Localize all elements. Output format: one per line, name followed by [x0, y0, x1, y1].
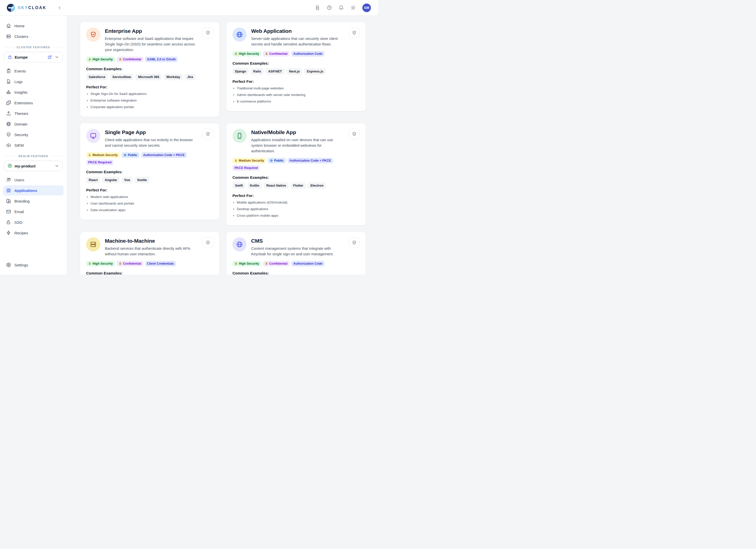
- card-hero-icon-wrap: [86, 238, 100, 252]
- cluster-selector-value: Europe: [15, 55, 28, 59]
- sidebar-item-siem[interactable]: SIEM: [3, 140, 64, 150]
- badge-public: Public: [122, 152, 139, 158]
- sidebar-item-label: Recipes: [14, 231, 28, 235]
- brand-name-cloak: CLOAK: [28, 6, 46, 10]
- realm-selector[interactable]: my-product: [4, 161, 63, 171]
- card-header-text: Native/Mobile AppApplications installed …: [251, 129, 344, 154]
- shield-icon: [352, 132, 357, 137]
- recipes-icon: [6, 230, 11, 236]
- shield-button[interactable]: [203, 28, 213, 38]
- example-chip: Svelte: [135, 177, 149, 183]
- app-type-card-web-application[interactable]: Web ApplicationServer-side applications …: [226, 22, 366, 111]
- sidebar-item-logs[interactable]: Logs: [3, 77, 64, 87]
- sidebar-item-recipes[interactable]: Recipes: [3, 228, 64, 238]
- perfect-for-item: Admin dashboards with server-side render…: [232, 92, 360, 98]
- badge-confidential: Confidential: [117, 57, 143, 62]
- sidebar-item-applications[interactable]: Applications: [3, 185, 64, 196]
- sidebar-item-themes[interactable]: Themes: [3, 108, 64, 119]
- notifications-button[interactable]: [339, 5, 344, 11]
- card-title: Native/Mobile App: [251, 129, 344, 135]
- brand-logo: SKYCLOAK: [7, 4, 46, 12]
- insights-icon: [6, 90, 11, 95]
- perfect-for-item: Cross-platform mobile apps: [232, 213, 360, 218]
- themes-icon: [6, 111, 11, 116]
- shield-button[interactable]: [349, 129, 360, 139]
- sidebar-collapse-button[interactable]: [56, 5, 63, 11]
- sidebar-item-sso[interactable]: SSO: [3, 217, 64, 227]
- siem-icon: [6, 143, 11, 148]
- badges-row: High SecurityConfidentialAuthorization C…: [232, 51, 360, 57]
- sidebar-item-events[interactable]: Events: [3, 66, 64, 76]
- sidebar-item-settings[interactable]: Settings: [3, 260, 64, 270]
- card-header: Web ApplicationServer-side applications …: [232, 28, 360, 47]
- badge-public: Public: [268, 158, 286, 163]
- sidebar-item-label: Applications: [14, 189, 37, 193]
- header-actions: GM: [315, 4, 378, 12]
- card-description: Applications installed on user devices t…: [251, 137, 344, 154]
- card-description: Client-side applications that run entire…: [105, 137, 198, 148]
- globe-hero-icon: [236, 241, 243, 248]
- perfect-for-item: Enterprise software integration: [86, 98, 213, 103]
- card-hero-icon-wrap: [86, 28, 100, 42]
- example-chip: Express.js: [304, 68, 326, 75]
- card-title: Enterprise App: [105, 28, 198, 34]
- external-link-icon[interactable]: [48, 55, 52, 59]
- sidebar-item-extensions[interactable]: Extensions: [3, 98, 64, 108]
- logs-icon: [6, 79, 11, 84]
- card-title: CMS: [251, 238, 344, 244]
- card-hero-icon-wrap: [232, 129, 247, 143]
- applications-icon: [6, 188, 11, 193]
- sidebar-item-label: Users: [14, 178, 24, 182]
- sso-icon: [6, 220, 11, 225]
- cluster-selector[interactable]: Europe: [4, 52, 63, 62]
- cluster-features-section-label: CLUSTER FEATURES: [4, 46, 63, 49]
- example-chip: Flutter: [291, 182, 306, 189]
- card-header-text: Enterprise AppEnterprise software and Sa…: [105, 28, 198, 53]
- card-hero-icon-wrap: [232, 238, 247, 252]
- sidebar-item-label: Branding: [14, 199, 30, 203]
- shield-icon: [352, 30, 357, 35]
- sidebar-item-label: SSO: [14, 220, 22, 225]
- perfect-for-list: Traditional multi-page websitesAdmin das…: [232, 86, 360, 104]
- shield-button[interactable]: [203, 238, 213, 248]
- app-type-card-single-page-app[interactable]: Single Page AppClient-side applications …: [80, 123, 220, 220]
- lock-icon: [119, 262, 122, 265]
- shield-icon: [205, 132, 210, 137]
- example-chip: Next.js: [287, 68, 302, 75]
- perfect-for-label: Perfect For:: [232, 79, 360, 84]
- sidebar-item-domain[interactable]: Domain: [3, 119, 64, 129]
- sidebar-item-branding[interactable]: Branding: [3, 196, 64, 206]
- example-chip: Salesforce: [86, 74, 108, 80]
- sidebar-item-home[interactable]: Home: [3, 21, 64, 31]
- app-type-card-machine-to-machine[interactable]: Machine-to-MachineBackend services that …: [80, 232, 220, 274]
- shield-button[interactable]: [349, 28, 360, 38]
- shield-button[interactable]: [203, 129, 213, 139]
- card-description: Content management systems that integrat…: [251, 246, 344, 257]
- card-header-text: Web ApplicationServer-side applications …: [251, 28, 344, 47]
- example-chip: Electron: [308, 182, 326, 189]
- users-icon: [6, 177, 11, 182]
- document-button[interactable]: [315, 5, 320, 11]
- app-type-card-native-mobile-app[interactable]: Native/Mobile AppApplications installed …: [226, 123, 366, 226]
- lock-icon: [234, 262, 238, 265]
- top-header: SKYCLOAK GM: [0, 0, 378, 16]
- app-type-card-cms[interactable]: CMSContent management systems that integ…: [226, 232, 366, 274]
- sidebar-item-security[interactable]: Security: [3, 130, 64, 140]
- perfect-for-item: Single Sign-On for SaaS applications: [86, 91, 213, 97]
- sidebar-item-users[interactable]: Users: [3, 175, 64, 185]
- lock-icon: [265, 262, 268, 265]
- sidebar-item-clusters[interactable]: Clusters: [3, 31, 64, 41]
- clusters-icon: [6, 34, 11, 39]
- examples-row: DjangoRailsASP.NETNext.jsExpress.js: [232, 68, 360, 75]
- theme-toggle-button[interactable]: [350, 5, 356, 11]
- lock-icon: [265, 52, 268, 55]
- perfect-for-list: Modern web applicationsUser dashboards a…: [86, 195, 213, 213]
- app-type-card-enterprise-app[interactable]: Enterprise AppEnterprise software and Sa…: [80, 22, 220, 117]
- badge-high-security: High Security: [232, 51, 261, 57]
- avatar[interactable]: GM: [362, 4, 371, 12]
- sidebar-item-insights[interactable]: Insights: [3, 87, 64, 97]
- globe-icon: [270, 159, 273, 162]
- shield-button[interactable]: [349, 238, 360, 248]
- help-button[interactable]: [327, 5, 332, 11]
- sidebar-item-email[interactable]: Email: [3, 207, 64, 217]
